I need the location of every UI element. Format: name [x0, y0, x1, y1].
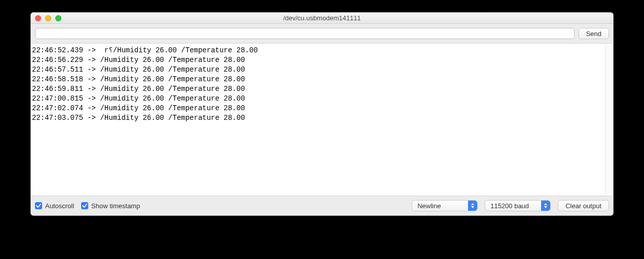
line-ending-select[interactable]: Newline [412, 200, 478, 211]
baud-rate-value: 115200 baud [490, 202, 529, 210]
window-controls [35, 15, 61, 21]
command-input[interactable] [35, 28, 575, 39]
output-area: 22:46:52.439 -> r⸮/Humidity 26.00 /Tempe… [31, 44, 613, 196]
maximize-icon[interactable] [55, 15, 61, 21]
baud-rate-select[interactable]: 115200 baud [485, 200, 551, 211]
checkbox-checked-icon [35, 202, 42, 209]
autoscroll-label: Autoscroll [45, 202, 74, 210]
chevron-up-down-icon [541, 201, 550, 211]
show-timestamp-checkbox[interactable]: Show timestamp [81, 202, 140, 210]
minimize-icon[interactable] [45, 15, 51, 21]
chevron-up-down-icon [468, 201, 477, 211]
serial-monitor-window: /dev/cu.usbmodem141111 Send 22:46:52.439… [30, 12, 614, 216]
send-button[interactable]: Send [579, 28, 609, 39]
autoscroll-checkbox[interactable]: Autoscroll [35, 202, 74, 210]
show-timestamp-label: Show timestamp [91, 202, 140, 210]
scrollbar[interactable] [605, 45, 612, 195]
serial-output: 22:46:52.439 -> r⸮/Humidity 26.00 /Tempe… [31, 44, 605, 196]
titlebar: /dev/cu.usbmodem141111 [31, 13, 613, 24]
toolbar: Send [31, 24, 613, 44]
close-icon[interactable] [35, 15, 41, 21]
clear-output-button[interactable]: Clear output [558, 200, 609, 211]
window-title: /dev/cu.usbmodem141111 [31, 14, 613, 22]
checkbox-checked-icon [81, 202, 88, 209]
line-ending-value: Newline [417, 202, 441, 210]
footer: Autoscroll Show timestamp Newline 115200… [31, 196, 613, 215]
